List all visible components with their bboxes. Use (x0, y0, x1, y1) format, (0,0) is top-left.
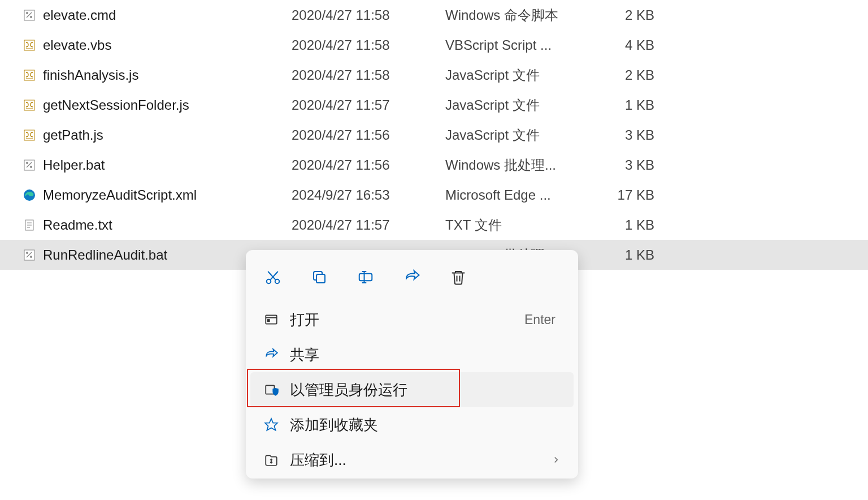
file-name: elevate.cmd (43, 7, 116, 23)
menu-run-as-admin[interactable]: 以管理员身份运行 (250, 372, 574, 407)
file-date: 2020/4/27 11:57 (292, 97, 445, 113)
script-file-icon (21, 97, 37, 113)
svg-rect-30 (359, 274, 372, 281)
file-row[interactable]: getPath.js2020/4/27 11:56JavaScript 文件3 … (0, 120, 868, 150)
share-menu-icon (263, 346, 280, 363)
file-row[interactable]: Readme.txt2020/4/27 11:57TXT 文件1 KB (0, 210, 868, 240)
quick-actions-bar (246, 256, 578, 301)
file-size: 1 KB (598, 247, 654, 263)
svg-rect-29 (316, 274, 325, 283)
file-date: 2024/9/27 16:53 (292, 187, 445, 203)
star-icon (263, 416, 280, 433)
svg-point-22 (26, 252, 28, 254)
svg-point-26 (275, 279, 280, 284)
rename-icon[interactable] (354, 266, 377, 288)
file-date: 2020/4/27 11:58 (292, 7, 445, 23)
file-name-cell: elevate.vbs (21, 37, 292, 53)
file-name-cell: elevate.cmd (21, 7, 292, 23)
svg-rect-21 (24, 250, 34, 260)
svg-point-14 (30, 166, 32, 168)
batch-file-icon (21, 7, 37, 23)
menu-share[interactable]: 共享 (246, 337, 578, 372)
file-type: Windows 批处理... (445, 156, 598, 174)
share-icon[interactable] (401, 266, 423, 288)
file-size: 2 KB (598, 67, 654, 83)
file-name: MemoryzeAuditScript.xml (43, 187, 197, 203)
menu-admin-label: 以管理员身份运行 (290, 380, 561, 400)
svg-point-2 (30, 16, 32, 18)
file-date: 2020/4/27 11:56 (292, 157, 445, 173)
file-type: JavaScript 文件 (445, 96, 598, 114)
menu-open-label: 打开 (290, 310, 524, 330)
file-name-cell: finishAnalysis.js (21, 67, 292, 83)
script-file-icon (21, 67, 37, 83)
svg-point-23 (30, 256, 32, 258)
file-name: finishAnalysis.js (43, 67, 138, 83)
svg-point-13 (26, 162, 28, 164)
menu-compress-label: 压缩到... (290, 450, 551, 470)
file-name: elevate.vbs (43, 37, 111, 53)
file-name: Readme.txt (43, 217, 112, 233)
file-row[interactable]: MemoryzeAuditScript.xml2024/9/27 16:53Mi… (0, 180, 868, 210)
file-type: Microsoft Edge ... (445, 187, 598, 203)
context-menu: 打开 Enter 共享 以管理员身份运行 (246, 250, 578, 479)
file-row[interactable]: elevate.vbs2020/4/27 11:58VBScript Scrip… (0, 30, 868, 60)
file-list: elevate.cmd2020/4/27 11:58Windows 命令脚本2 … (0, 0, 868, 270)
file-row[interactable]: finishAnalysis.js2020/4/27 11:58JavaScri… (0, 60, 868, 90)
file-row[interactable]: elevate.cmd2020/4/27 11:58Windows 命令脚本2 … (0, 0, 868, 30)
svg-rect-36 (268, 320, 270, 321)
file-date: 2020/4/27 11:57 (292, 217, 445, 233)
file-name-cell: Helper.bat (21, 157, 292, 173)
txt-file-icon (21, 217, 37, 233)
file-name-cell: getNextSessionFolder.js (21, 97, 292, 113)
file-name: RunRedlineAudit.bat (43, 247, 167, 263)
file-size: 1 KB (598, 217, 654, 233)
batch-file-icon (21, 247, 37, 263)
file-size: 3 KB (598, 157, 654, 173)
file-type: VBScript Script ... (445, 37, 598, 53)
file-size: 17 KB (598, 187, 654, 203)
cut-icon[interactable] (262, 266, 284, 288)
compress-icon (263, 451, 280, 468)
menu-add-favorites[interactable]: 添加到收藏夹 (246, 407, 578, 442)
file-name: getPath.js (43, 127, 103, 143)
admin-shield-icon (263, 381, 280, 398)
batch-file-icon (21, 157, 37, 173)
file-size: 3 KB (598, 127, 654, 143)
menu-compress[interactable]: 压缩到... (246, 442, 578, 477)
svg-rect-0 (24, 10, 34, 20)
file-row[interactable]: getNextSessionFolder.js2020/4/27 11:57Ja… (0, 90, 868, 120)
menu-items: 打开 Enter 共享 以管理员身份运行 (246, 301, 578, 479)
file-size: 1 KB (598, 97, 654, 113)
file-date: 2020/4/27 11:58 (292, 37, 445, 53)
svg-marker-38 (265, 419, 277, 430)
menu-share-label: 共享 (290, 345, 561, 365)
open-icon (263, 311, 280, 328)
chevron-right-icon (551, 455, 561, 465)
svg-point-1 (26, 12, 28, 14)
script-file-icon (21, 37, 37, 53)
svg-point-25 (267, 279, 271, 284)
file-date: 2020/4/27 11:58 (292, 67, 445, 83)
file-size: 4 KB (598, 37, 654, 53)
file-name: getNextSessionFolder.js (43, 97, 189, 113)
menu-open[interactable]: 打开 Enter (246, 302, 578, 337)
file-name-cell: MemoryzeAuditScript.xml (21, 187, 292, 203)
file-name-cell: getPath.js (21, 127, 292, 143)
file-type: JavaScript 文件 (445, 66, 598, 84)
file-date: 2020/4/27 11:56 (292, 127, 445, 143)
edge-file-icon (21, 187, 37, 203)
menu-favorites-label: 添加到收藏夹 (290, 415, 561, 435)
file-type: Windows 命令脚本 (445, 6, 598, 24)
script-file-icon (21, 127, 37, 143)
file-name: Helper.bat (43, 157, 105, 173)
file-size: 2 KB (598, 7, 654, 23)
file-type: JavaScript 文件 (445, 126, 598, 144)
delete-icon[interactable] (447, 266, 470, 288)
file-type: TXT 文件 (445, 216, 598, 234)
menu-open-hint: Enter (524, 312, 561, 327)
file-name-cell: Readme.txt (21, 217, 292, 233)
copy-icon[interactable] (308, 266, 331, 288)
file-row[interactable]: Helper.bat2020/4/27 11:56Windows 批处理...3… (0, 150, 868, 180)
svg-rect-12 (24, 160, 34, 170)
